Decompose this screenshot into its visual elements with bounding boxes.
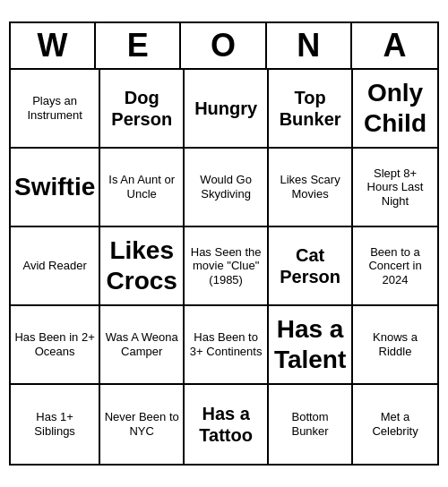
- bingo-cell-7: Would Go Skydiving: [185, 149, 269, 227]
- bingo-cell-5: Swiftie: [11, 149, 100, 227]
- header-letter-w: W: [11, 23, 96, 68]
- bingo-cell-14: Been to a Concert in 2024: [353, 227, 437, 306]
- bingo-card: WEONA Plays an InstrumentDog PersonHungr…: [9, 21, 439, 466]
- bingo-cell-10: Avid Reader: [11, 227, 100, 306]
- bingo-cell-17: Has Been to 3+ Continents: [185, 306, 269, 385]
- bingo-cell-11: Likes Crocs: [100, 227, 185, 306]
- bingo-cell-12: Has Seen the movie "Clue" (1985): [185, 227, 269, 306]
- bingo-cell-22: Has a Tattoo: [185, 385, 269, 464]
- bingo-cell-23: Bottom Bunker: [269, 385, 353, 464]
- bingo-cell-0: Plays an Instrument: [11, 70, 100, 149]
- bingo-cell-4: Only Child: [353, 70, 437, 149]
- header-letter-n: N: [267, 23, 352, 68]
- bingo-cell-24: Met a Celebrity: [353, 385, 437, 464]
- bingo-cell-13: Cat Person: [269, 227, 353, 306]
- bingo-cell-9: Slept 8+ Hours Last Night: [353, 149, 437, 227]
- bingo-cell-18: Has a Talent: [269, 306, 353, 385]
- bingo-cell-8: Likes Scary Movies: [269, 149, 353, 227]
- bingo-header: WEONA: [11, 23, 437, 70]
- header-letter-e: E: [96, 23, 181, 68]
- bingo-cell-3: Top Bunker: [269, 70, 353, 149]
- bingo-cell-1: Dog Person: [100, 70, 185, 149]
- header-letter-o: O: [181, 23, 266, 68]
- bingo-cell-16: Was A Weona Camper: [100, 306, 185, 385]
- bingo-cell-20: Has 1+ Siblings: [11, 385, 100, 464]
- bingo-cell-15: Has Been in 2+ Oceans: [11, 306, 100, 385]
- header-letter-a: A: [352, 23, 437, 68]
- bingo-cell-2: Hungry: [185, 70, 269, 149]
- bingo-cell-21: Never Been to NYC: [100, 385, 185, 464]
- bingo-cell-6: Is An Aunt or Uncle: [100, 149, 185, 227]
- bingo-grid: Plays an InstrumentDog PersonHungryTop B…: [11, 70, 437, 464]
- bingo-cell-19: Knows a Riddle: [353, 306, 437, 385]
